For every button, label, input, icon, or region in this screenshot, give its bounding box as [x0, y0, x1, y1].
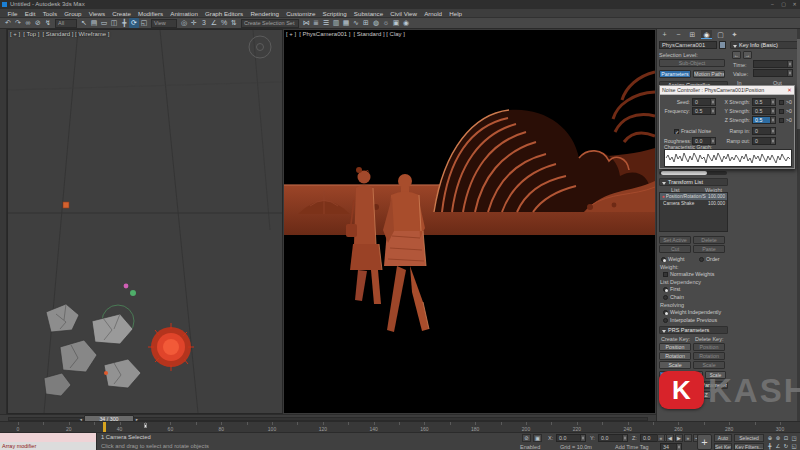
transform-list-box[interactable]: ●Position/Rotation/Scale100.000 Camera S… — [659, 192, 728, 232]
time-spinner[interactable] — [753, 60, 793, 68]
key-filters-button[interactable]: Key Filters... — [734, 443, 764, 450]
menu-edit[interactable]: Edit — [21, 9, 39, 18]
object-name-field[interactable]: PhysCamera001 — [659, 41, 717, 49]
select-and-manipulate-icon[interactable]: ✛ — [189, 18, 199, 28]
play-button[interactable]: ▶ — [675, 434, 683, 442]
spinner-snap-icon[interactable]: ⇅ — [229, 18, 239, 28]
schematic-view-icon[interactable]: ⊞ — [361, 18, 371, 28]
dialog-close-icon[interactable]: ✕ — [785, 87, 794, 93]
weight-independently-radio[interactable]: Weight Independently — [663, 309, 721, 315]
zoom-region-icon[interactable]: ◳ — [790, 434, 798, 442]
cut-button[interactable]: Cut — [659, 245, 691, 253]
selection-lock-icon[interactable]: ▣ — [533, 434, 542, 442]
selected-dropdown[interactable]: Selected — [734, 434, 764, 442]
create-key-position-button[interactable]: Position — [659, 343, 691, 351]
menu-animation[interactable]: Animation — [167, 9, 202, 18]
transform-list-row[interactable]: ●Position/Rotation/Scale100.000 — [660, 193, 727, 200]
viewport-menu-button[interactable]: [ + ] — [10, 31, 20, 37]
sub-object-dropdown[interactable]: Sub-Object — [659, 59, 725, 67]
dependency-first-radio[interactable]: First — [663, 286, 680, 292]
delete-key-scale-button[interactable]: Scale — [693, 361, 725, 369]
viewport-menu-button[interactable]: [ + ] — [286, 31, 296, 37]
prev-key-button[interactable]: ← — [732, 51, 741, 59]
menu-file[interactable]: File — [4, 9, 21, 18]
next-key-button[interactable]: » — [684, 434, 692, 442]
previous-key-button[interactable]: « — [657, 434, 665, 442]
utilities-tab[interactable]: ✦ — [729, 30, 740, 39]
create-key-rotation-button[interactable]: Rotation — [659, 352, 691, 360]
close-button[interactable]: ✕ — [789, 0, 800, 9]
viewport-layout-strip[interactable] — [0, 29, 7, 421]
listener-row[interactable]: Array modifier — [0, 442, 96, 450]
scene-helper-pink[interactable] — [124, 284, 129, 289]
zoom-extents-icon[interactable]: ⊡ — [782, 434, 790, 442]
orbit-icon[interactable]: ↻ — [782, 442, 790, 450]
menu-arnold[interactable]: Arnold — [421, 9, 446, 18]
transform-list-row[interactable]: Camera Shake100.000 — [660, 200, 727, 207]
mode-weight-radio[interactable]: Weight — [661, 256, 684, 262]
create-key-scale-button[interactable]: Scale — [659, 361, 691, 369]
interpolate-previous-radio[interactable]: Interpolate Previous — [663, 317, 717, 323]
set-keys-button[interactable]: + — [697, 434, 712, 450]
snaps-toggle-icon[interactable]: 3 — [199, 18, 209, 28]
undo-icon[interactable]: ↶ — [3, 18, 13, 28]
maxscript-mini-listener[interactable]: Array modifier — [0, 433, 97, 450]
dialog-title-bar[interactable]: Noise Controller : PhysCamera001\Positio… — [660, 86, 794, 95]
ribbon-icon[interactable]: ▦ — [341, 18, 351, 28]
current-frame-field[interactable]: 34 — [660, 443, 682, 450]
hierarchy-tab[interactable]: ⊞ — [687, 30, 698, 39]
camera-viewport-canvas[interactable] — [284, 30, 655, 413]
delete-key-rotation-button[interactable]: Rotation — [693, 352, 725, 360]
render-setup-icon[interactable]: ☼ — [381, 18, 391, 28]
scene-helper-green[interactable] — [130, 290, 136, 296]
transform-list-rollout[interactable]: Transform List — [659, 178, 728, 186]
scene-object-orange-box[interactable] — [63, 202, 69, 208]
selection-set-dropdown[interactable]: Create Selection Set — [241, 19, 299, 28]
coordinate-system-dropdown[interactable]: View — [151, 19, 177, 28]
set-key-button[interactable]: Set Key — [714, 443, 732, 450]
set-active-button[interactable]: Set Active — [659, 236, 691, 244]
delete-button[interactable]: Delete — [693, 236, 725, 244]
frequency-spinner[interactable]: 0.5 — [692, 107, 716, 115]
select-and-rotate-icon[interactable]: ⟳ — [129, 18, 139, 28]
viewport-shading-label[interactable]: [ Standard ] [ Wireframe ] — [42, 31, 109, 37]
panel-scrollbar-horizontal[interactable] — [659, 171, 727, 175]
isolate-selection-icon[interactable]: ⊘ — [522, 434, 531, 442]
track-bar[interactable]: 0204060801001201401601802002202402602803… — [0, 421, 800, 432]
menu-help[interactable]: Help — [446, 9, 466, 18]
viewport-view-label[interactable]: [ PhysCamera001 ] — [299, 31, 350, 37]
z-strength-spinner[interactable]: 0.5 — [752, 116, 776, 124]
degradation-enabled-label[interactable]: Enabled — [520, 444, 540, 450]
modify-tab[interactable]: ~ — [673, 30, 684, 39]
prs-parameters-rollout[interactable]: PRS Parameters — [659, 326, 728, 334]
viewport-shading-label[interactable]: [ Standard ] [ Clay ] — [354, 31, 405, 37]
menu-substance[interactable]: Substance — [350, 9, 386, 18]
dependency-chain-radio[interactable]: Chain — [663, 294, 684, 300]
paste-button[interactable]: Paste — [693, 245, 725, 253]
object-color-swatch[interactable] — [719, 41, 726, 49]
x-gt0-checkbox[interactable]: >0 — [779, 99, 792, 105]
select-by-name-icon[interactable]: ▤ — [89, 18, 99, 28]
selection-filter-dropdown[interactable]: All — [55, 19, 77, 28]
select-and-scale-icon[interactable]: ◱ — [139, 18, 149, 28]
zoom-icon[interactable]: ⊕ — [766, 434, 774, 442]
create-tab[interactable]: + — [659, 30, 670, 39]
viewport-view-label[interactable]: [ Top ] — [23, 31, 39, 37]
material-editor-icon[interactable]: ◍ — [371, 18, 381, 28]
percent-snap-icon[interactable]: % — [219, 18, 229, 28]
menu-views[interactable]: Views — [85, 9, 109, 18]
menu-civil-view[interactable]: Civil View — [387, 9, 421, 18]
use-pivot-center-icon[interactable]: ◎ — [179, 18, 189, 28]
motion-paths-button[interactable]: Motion Paths — [693, 70, 725, 78]
pan-icon[interactable]: ╋ — [766, 442, 774, 450]
fov-icon[interactable]: ∠ — [774, 442, 782, 450]
add-time-tag[interactable]: Add Time Tag — [615, 444, 649, 450]
auto-key-button[interactable]: Auto — [714, 434, 732, 442]
viewport-top[interactable]: [ + ] [ Top ] [ Standard ] [ Wireframe ] — [7, 29, 283, 414]
x-coord-field[interactable]: 0.0 — [556, 434, 586, 442]
select-and-move-icon[interactable]: ╋ — [119, 18, 129, 28]
bind-to-spacewarp-icon[interactable]: ↯ — [43, 18, 53, 28]
select-object-icon[interactable]: ↖ — [79, 18, 89, 28]
mirror-icon[interactable]: ⋈ — [301, 18, 311, 28]
value-spinner[interactable] — [753, 69, 793, 77]
